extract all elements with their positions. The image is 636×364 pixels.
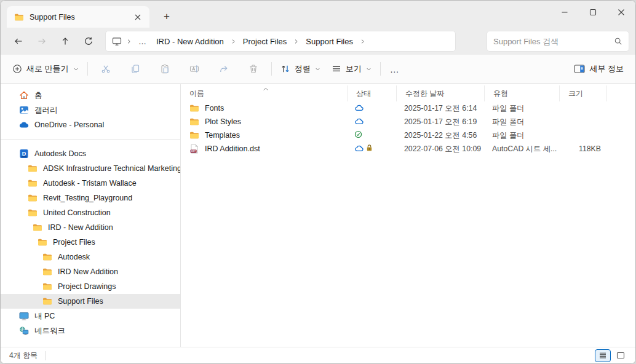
command-toolbar: 새로 만들기 정렬 보기 — [1, 55, 635, 84]
svg-text:DST: DST — [191, 150, 196, 152]
details-view-toggle[interactable] — [595, 350, 610, 362]
breadcrumb-ellipsis[interactable]: … — [136, 37, 149, 46]
chevron-down-icon — [315, 66, 320, 72]
sidebar-item-gallery[interactable]: 갤러리 — [1, 103, 180, 117]
sidebar-item-network[interactable]: 네트워크 — [1, 323, 180, 338]
maximize-button[interactable] — [579, 1, 607, 24]
sidebar-item-label: Support Files — [58, 297, 103, 306]
column-header-type[interactable]: 유형 — [484, 85, 559, 101]
close-button[interactable] — [607, 1, 635, 24]
address-bar[interactable]: … IRD - New Addition Project Files Suppo… — [105, 31, 456, 52]
toolbar-divider — [87, 62, 88, 76]
sidebar-item-label: Revit_Testing_Playground — [43, 194, 132, 202]
file-size — [559, 129, 607, 142]
cloud-status-icon — [354, 144, 364, 154]
thumbnail-view-toggle[interactable] — [613, 350, 628, 362]
column-header-date-modified[interactable]: 수정한 날짜 — [396, 85, 484, 101]
rename-icon[interactable] — [180, 58, 209, 79]
file-name: Plot Styles — [205, 117, 241, 126]
tab-strip: Support Files + — [1, 1, 635, 28]
back-icon[interactable] — [7, 31, 30, 51]
file-size — [559, 101, 607, 115]
folder-icon — [42, 282, 52, 291]
details-pane-button[interactable]: 세부 정보 — [568, 58, 629, 79]
folder-icon — [28, 193, 38, 203]
synced-status-icon — [354, 130, 362, 140]
up-icon[interactable] — [54, 31, 77, 51]
delete-icon[interactable] — [239, 58, 268, 79]
refresh-icon[interactable] — [77, 31, 100, 51]
breadcrumb-segment-support-files[interactable]: Support Files — [303, 36, 356, 47]
file-row-ird-addition-dst[interactable]: DST IRD Addition.dst 2022-07-06 오전 10:09… — [181, 142, 635, 156]
sidebar-item-label: Autodesk Docs — [34, 149, 86, 158]
sidebar-item-ird-new-addition[interactable]: IRD - New Addition — [1, 220, 180, 235]
share-icon[interactable] — [209, 58, 239, 79]
toolbar-divider — [380, 62, 381, 76]
sidebar-item-home[interactable]: 홈 — [1, 88, 180, 103]
column-headers: 이름 상태 수정한 날짜 유형 크기 — [181, 85, 635, 101]
view-icon — [332, 64, 341, 74]
search-input[interactable] — [493, 37, 610, 46]
sidebar-item-label: ADSK Infrastructure Technical Marketing — [43, 164, 181, 173]
folder-icon — [189, 117, 199, 127]
column-header-size[interactable]: 크기 — [559, 85, 607, 101]
status-bar: 4개 항목 — [1, 347, 635, 363]
folder-icon — [42, 252, 52, 262]
toolbar-divider — [271, 62, 272, 76]
sidebar-item-support-files[interactable]: Support Files — [1, 294, 180, 309]
sidebar-item-adsk-infrastructure[interactable]: ADSK Infrastructure Technical Marketing — [1, 161, 180, 176]
new-button[interactable]: 새로 만들기 — [7, 58, 84, 79]
copy-icon[interactable] — [121, 58, 150, 79]
sidebar-item-autodesk[interactable]: Autodesk — [1, 250, 180, 264]
sort-button[interactable]: 정렬 — [275, 58, 326, 79]
file-name: Fonts — [205, 104, 224, 113]
file-row-fonts[interactable]: Fonts 2025-01-17 오전 6:14 파일 폴더 — [181, 101, 635, 115]
autodesk-docs-icon: D — [19, 149, 29, 159]
chevron-right-icon — [293, 39, 299, 44]
tab-close-icon[interactable] — [131, 10, 145, 24]
minimize-button[interactable] — [551, 1, 579, 24]
file-row-templates[interactable]: Templates 2025-01-22 오전 4:56 파일 폴더 — [181, 129, 635, 142]
paste-icon[interactable] — [150, 58, 180, 79]
chevron-down-icon — [73, 66, 79, 72]
tab-title: Support Files — [30, 13, 125, 22]
sidebar-item-this-pc[interactable]: 내 PC — [1, 309, 180, 323]
sidebar-item-autodesk-tristam-wallace[interactable]: Autodesk - Tristam Wallace — [1, 176, 180, 191]
view-button[interactable]: 보기 — [326, 58, 377, 79]
breadcrumb-segment-ird-new-addition[interactable]: IRD - New Addition — [154, 36, 226, 47]
sidebar-item-onedrive[interactable]: OneDrive - Personal — [1, 117, 180, 132]
breadcrumb-segment-project-files[interactable]: Project Files — [240, 36, 290, 47]
sidebar-item-label: 갤러리 — [34, 105, 58, 116]
folder-icon — [42, 296, 52, 306]
sidebar-item-revit-testing-playground[interactable]: Revit_Testing_Playground — [1, 191, 180, 205]
sidebar-item-project-files[interactable]: Project Files — [1, 235, 180, 250]
sidebar-item-ird-new-addition-child[interactable]: IRD New Addition — [1, 264, 180, 279]
file-size: 118KB — [559, 142, 607, 156]
column-header-status[interactable]: 상태 — [347, 85, 396, 101]
chevron-down-icon — [366, 66, 372, 72]
folder-icon — [28, 208, 38, 218]
sidebar-item-label: Project Drawings — [58, 282, 116, 291]
file-type: 파일 폴더 — [484, 115, 559, 129]
more-options-icon[interactable]: … — [384, 58, 406, 79]
plus-circle-icon — [12, 64, 22, 74]
sort-ascending-icon — [263, 84, 269, 93]
forward-icon[interactable] — [30, 31, 54, 51]
sidebar-item-united-construction[interactable]: United Construction — [1, 205, 180, 220]
gallery-icon — [19, 105, 29, 115]
details-pane-label: 세부 정보 — [589, 63, 624, 74]
lock-status-icon — [366, 144, 373, 154]
details-pane-icon — [574, 65, 585, 73]
file-type: 파일 폴더 — [484, 129, 559, 142]
cut-icon[interactable] — [91, 58, 121, 79]
sidebar-item-project-drawings[interactable]: Project Drawings — [1, 279, 180, 294]
new-button-label: 새로 만들기 — [26, 63, 69, 74]
tab-support-files[interactable]: Support Files — [7, 6, 149, 28]
search-icon[interactable] — [614, 37, 622, 46]
sidebar-item-label: OneDrive - Personal — [34, 121, 104, 129]
sidebar-item-autodesk-docs[interactable]: D Autodesk Docs — [1, 146, 180, 161]
sort-icon — [280, 64, 290, 74]
file-row-plot-styles[interactable]: Plot Styles 2025-01-17 오전 6:19 파일 폴더 — [181, 115, 635, 129]
file-date-modified: 2025-01-17 오전 6:19 — [396, 115, 484, 129]
new-tab-button[interactable]: + — [158, 8, 175, 25]
